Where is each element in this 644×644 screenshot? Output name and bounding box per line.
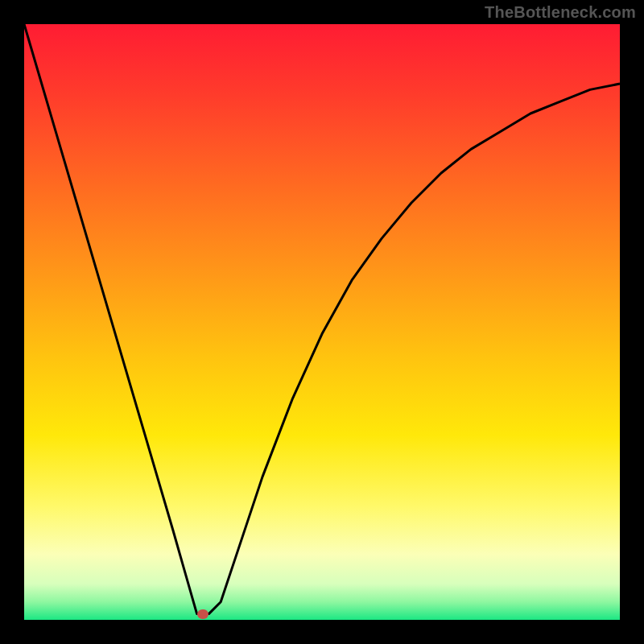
- optimal-point-marker: [197, 609, 208, 619]
- chart-frame: TheBottleneck.com: [0, 0, 644, 644]
- watermark-text: TheBottleneck.com: [485, 3, 636, 22]
- curve-path: [24, 24, 620, 614]
- bottleneck-curve: [24, 24, 620, 620]
- plot-area: [24, 24, 620, 620]
